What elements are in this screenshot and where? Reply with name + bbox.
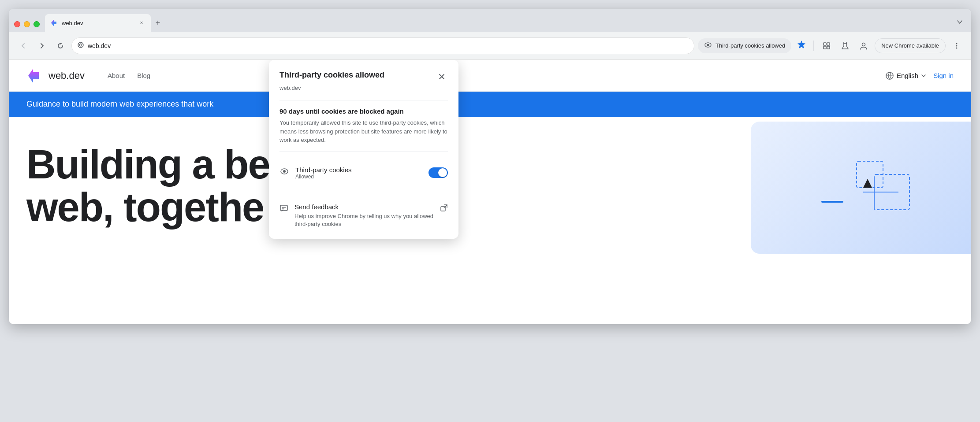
new-chrome-button[interactable]: New Chrome available xyxy=(875,38,946,53)
site-settings-icon xyxy=(77,41,84,48)
tab-close-button[interactable]: × xyxy=(138,19,145,27)
nav-about-link[interactable]: About xyxy=(108,72,125,79)
site-nav: web.dev About Blog English xyxy=(9,60,971,92)
popup-close-icon xyxy=(438,73,445,80)
svg-point-13 xyxy=(956,45,958,46)
feedback-icon xyxy=(279,204,288,215)
hero-banner: Guidance to build modern web experiences… xyxy=(9,92,971,117)
svg-point-11 xyxy=(862,43,865,46)
address-url: web.dev xyxy=(88,42,689,49)
toggle-label-group: Third-party cookies Allowed xyxy=(279,166,352,180)
cookie-eye-icon xyxy=(279,167,289,179)
hero-banner-text: Guidance to build modern web experiences… xyxy=(26,100,213,108)
maximize-window-button[interactable] xyxy=(34,21,40,27)
svg-point-25 xyxy=(283,170,286,173)
svg-point-14 xyxy=(956,47,958,48)
svg-marker-20 xyxy=(863,179,872,188)
eye-icon-svg xyxy=(704,41,712,49)
svg-marker-15 xyxy=(28,69,39,83)
toggle-label: Third-party cookies xyxy=(295,166,352,174)
svg-marker-1 xyxy=(51,20,56,26)
cookies-badge-text: Third-party cookies allowed xyxy=(715,42,785,49)
svg-rect-6 xyxy=(823,43,826,45)
site-nav-right: English Sign in xyxy=(885,71,954,80)
svg-rect-23 xyxy=(821,201,843,203)
popup-title: Third-party cookies allowed xyxy=(279,70,384,80)
svg-rect-9 xyxy=(827,46,830,49)
feedback-left: Send feedback Help us improve Chrome by … xyxy=(279,203,440,228)
minimize-window-button[interactable] xyxy=(24,21,30,27)
svg-rect-8 xyxy=(823,46,826,49)
popup-warning-text: You temporarily allowed this site to use… xyxy=(279,118,448,144)
chevron-down-icon xyxy=(957,19,963,25)
eye-icon-popup xyxy=(279,167,289,176)
profile-icon xyxy=(859,41,868,50)
new-chrome-label: New Chrome available xyxy=(881,42,939,49)
labs-button[interactable] xyxy=(838,38,853,53)
svg-rect-26 xyxy=(280,205,287,211)
toggle-text-group: Third-party cookies Allowed xyxy=(295,166,352,180)
cookies-popup: Third-party cookies allowed web.dev 90 d… xyxy=(269,60,458,239)
reload-icon xyxy=(56,42,64,50)
profile-button[interactable] xyxy=(856,38,871,53)
popup-warning-title: 90 days until cookies are blocked again xyxy=(279,107,448,115)
traffic-lights xyxy=(14,21,40,32)
star-icon xyxy=(797,40,806,49)
address-bar-icon xyxy=(77,41,84,50)
external-link-svg xyxy=(440,204,448,212)
cookies-toggle-switch[interactable] xyxy=(429,167,448,178)
active-tab[interactable]: web.dev × xyxy=(45,14,151,32)
toggle-knob xyxy=(438,168,447,177)
popup-divider-1 xyxy=(279,100,448,100)
extensions-button[interactable] xyxy=(819,38,834,53)
back-button[interactable] xyxy=(16,38,31,53)
lang-dropdown-icon xyxy=(921,73,926,78)
popup-divider-3 xyxy=(279,194,448,194)
more-menu-button[interactable] xyxy=(949,38,964,53)
feedback-text: Help us improve Chrome by telling us why… xyxy=(294,212,440,228)
site-nav-links: About Blog xyxy=(108,72,150,79)
page-illustration xyxy=(751,122,971,254)
address-bar[interactable]: web.dev xyxy=(71,37,694,54)
new-tab-button[interactable]: + xyxy=(151,16,165,30)
forward-button[interactable] xyxy=(34,38,49,53)
site-logo: web.dev xyxy=(26,67,85,85)
popup-header: Third-party cookies allowed xyxy=(279,70,448,83)
reload-button[interactable] xyxy=(53,38,68,53)
popup-domain: web.dev xyxy=(279,85,448,91)
svg-point-12 xyxy=(956,43,958,44)
language-label: English xyxy=(897,72,918,79)
tab-favicon-icon xyxy=(50,19,58,27)
webdev-logo-icon xyxy=(26,67,44,85)
feedback-row: Send feedback Help us improve Chrome by … xyxy=(279,201,448,228)
popup-close-button[interactable] xyxy=(436,70,448,83)
feedback-chat-icon xyxy=(279,204,288,213)
cookies-toggle-row: Third-party cookies Allowed xyxy=(279,159,448,187)
tab-title: web.dev xyxy=(62,20,134,26)
feedback-title: Send feedback xyxy=(294,203,440,211)
feedback-text-group: Send feedback Help us improve Chrome by … xyxy=(294,203,440,228)
more-vertical-icon xyxy=(953,42,961,50)
external-link-icon[interactable] xyxy=(440,204,448,214)
language-button[interactable]: English xyxy=(885,71,926,80)
tab-bar-right xyxy=(954,16,966,32)
sign-in-button[interactable]: Sign in xyxy=(933,72,954,79)
close-window-button[interactable] xyxy=(14,21,20,27)
tab-dropdown-button[interactable] xyxy=(954,16,966,28)
svg-point-5 xyxy=(707,44,709,46)
page-content: web.dev About Blog English xyxy=(9,60,971,324)
toolbar: web.dev Third-party cookies allowed xyxy=(9,32,971,60)
svg-rect-7 xyxy=(827,43,830,45)
toolbar-separator xyxy=(813,41,814,51)
toggle-sublabel: Allowed xyxy=(295,174,352,180)
eye-icon xyxy=(704,41,712,51)
tab-bar: web.dev × + xyxy=(9,9,971,32)
popup-divider-2 xyxy=(279,152,448,152)
site-logo-text: web.dev xyxy=(48,70,85,81)
bookmark-button[interactable] xyxy=(795,38,808,54)
back-icon xyxy=(19,42,27,50)
cookies-badge-button[interactable]: Third-party cookies allowed xyxy=(698,38,791,53)
browser-window: web.dev × + xyxy=(9,9,971,324)
extensions-icon xyxy=(822,41,831,50)
nav-blog-link[interactable]: Blog xyxy=(137,72,150,79)
